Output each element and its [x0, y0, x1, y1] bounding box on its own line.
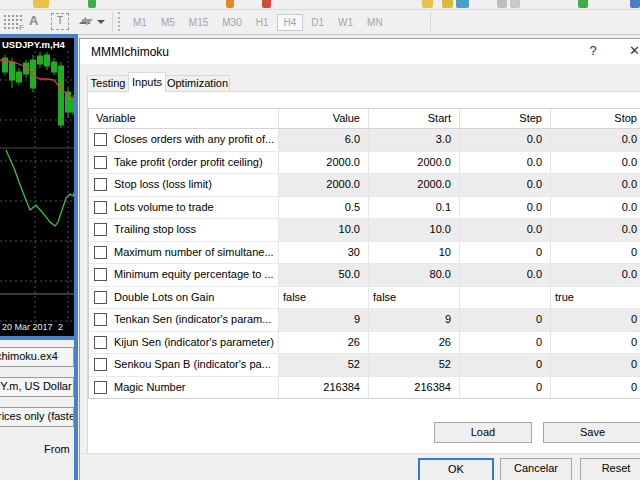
row-checkbox[interactable]	[94, 291, 107, 304]
toolbar-icon[interactable]	[630, 0, 640, 8]
stop-cell[interactable]: 0	[551, 377, 640, 399]
model-select[interactable]: rices only (faste	[0, 407, 74, 427]
value-cell[interactable]: 9	[279, 309, 369, 331]
stop-cell[interactable]: 0	[551, 354, 640, 376]
step-cell[interactable]: 0.0	[460, 174, 551, 196]
step-cell[interactable]: 0	[460, 332, 551, 354]
start-cell[interactable]: 0.1	[369, 197, 460, 219]
stop-cell[interactable]: 0.0	[551, 174, 640, 196]
column-header-value[interactable]: Value	[279, 109, 369, 128]
symbol-select[interactable]: PY.m, US Dollar	[0, 377, 74, 397]
reset-button[interactable]: Reset	[580, 458, 640, 480]
value-cell[interactable]: 0.5	[279, 197, 369, 219]
row-checkbox[interactable]	[94, 246, 107, 259]
row-checkbox[interactable]	[94, 313, 107, 326]
start-cell[interactable]: 2000.0	[369, 174, 460, 196]
start-cell[interactable]: 10.0	[369, 219, 460, 241]
ok-button[interactable]: OK	[418, 458, 494, 480]
timeframe-h4[interactable]: H4	[277, 14, 304, 31]
value-cell[interactable]: 26	[279, 332, 369, 354]
value-cell[interactable]: 2000.0	[279, 152, 369, 174]
toolbar-drag-handle[interactable]	[118, 12, 123, 31]
timeframe-m30[interactable]: M30	[216, 14, 247, 31]
save-button[interactable]: Save	[543, 422, 640, 443]
step-cell[interactable]: 0.0	[460, 129, 551, 151]
step-cell[interactable]: 0	[460, 309, 551, 331]
start-cell[interactable]: 3.0	[369, 129, 460, 151]
value-cell[interactable]: 30	[279, 242, 369, 264]
text-box-icon[interactable]: T	[51, 13, 69, 30]
toolbar-icon[interactable]	[510, 0, 520, 8]
stop-cell[interactable]: true	[551, 287, 640, 309]
timeframe-m5[interactable]: M5	[155, 14, 181, 31]
row-checkbox[interactable]	[94, 268, 107, 281]
timeframe-mn[interactable]: MN	[361, 14, 389, 31]
start-cell[interactable]: 2000.0	[369, 152, 460, 174]
timeframe-m1[interactable]: M1	[127, 14, 153, 31]
step-cell[interactable]	[460, 287, 551, 309]
value-cell[interactable]: 216384	[279, 377, 369, 399]
column-header-stop[interactable]: Stop	[551, 109, 640, 128]
value-cell[interactable]: 2000.0	[279, 174, 369, 196]
row-checkbox[interactable]	[94, 133, 107, 146]
start-cell[interactable]: 9	[369, 309, 460, 331]
start-cell[interactable]: false	[369, 287, 460, 309]
toolbar-icon[interactable]	[262, 0, 271, 8]
stop-cell[interactable]: 0.0	[551, 197, 640, 219]
value-cell[interactable]: 10.0	[279, 219, 369, 241]
stop-cell[interactable]: 0	[551, 309, 640, 331]
tab-inputs[interactable]: Inputs	[128, 72, 166, 92]
stop-cell[interactable]: 0.0	[551, 129, 640, 151]
toolbar-icon[interactable]	[456, 0, 469, 8]
start-cell[interactable]: 52	[369, 354, 460, 376]
grid-snap-icon[interactable]: F	[3, 14, 23, 29]
step-cell[interactable]: 0.0	[460, 219, 551, 241]
chevron-down-icon[interactable]	[97, 20, 105, 24]
value-cell[interactable]: 52	[279, 354, 369, 376]
toolbar-icon[interactable]	[226, 0, 234, 8]
toolbar-icon[interactable]	[33, 0, 49, 8]
step-cell[interactable]: 0	[460, 354, 551, 376]
toolbar-icon[interactable]	[497, 0, 507, 8]
start-cell[interactable]: 216384	[369, 377, 460, 399]
row-checkbox[interactable]	[94, 156, 107, 169]
stop-cell[interactable]: 0.0	[551, 219, 640, 241]
timeframe-h1[interactable]: H1	[250, 14, 275, 31]
row-checkbox[interactable]	[94, 381, 107, 394]
stop-cell[interactable]: 0.0	[551, 152, 640, 174]
text-label-icon[interactable]: A	[29, 13, 38, 28]
step-cell[interactable]: 0	[460, 377, 551, 399]
stop-cell[interactable]: 0	[551, 332, 640, 354]
step-cell[interactable]: 0.0	[460, 152, 551, 174]
timeframe-m15[interactable]: M15	[183, 14, 214, 31]
timeframe-w1[interactable]: W1	[332, 14, 359, 31]
step-cell[interactable]: 0	[460, 242, 551, 264]
chart-window-border-right[interactable]	[74, 34, 78, 480]
start-cell[interactable]: 80.0	[369, 264, 460, 286]
column-header-step[interactable]: Step	[460, 109, 551, 128]
row-checkbox[interactable]	[94, 358, 107, 371]
toolbar-icon[interactable]	[422, 0, 433, 8]
value-cell[interactable]: false	[279, 287, 369, 309]
timeframe-d1[interactable]: D1	[305, 14, 330, 31]
value-cell[interactable]: 6.0	[279, 129, 369, 151]
step-cell[interactable]: 0.0	[460, 264, 551, 286]
dialog-title[interactable]: MMMIchimoku	[91, 45, 169, 59]
value-cell[interactable]: 50.0	[279, 264, 369, 286]
start-cell[interactable]: 10	[369, 242, 460, 264]
load-button[interactable]: Load	[434, 422, 532, 443]
start-cell[interactable]: 26	[369, 332, 460, 354]
column-header-variable[interactable]: Variable	[89, 109, 279, 128]
help-icon[interactable]: ?	[586, 43, 600, 58]
toolbar-icon[interactable]	[88, 0, 96, 8]
row-checkbox[interactable]	[94, 223, 107, 236]
close-icon[interactable]: ✕	[629, 43, 640, 58]
row-checkbox[interactable]	[94, 336, 107, 349]
toolbar-icon[interactable]	[442, 0, 453, 8]
cycle-arrows-icon[interactable]	[77, 14, 95, 29]
row-checkbox[interactable]	[94, 201, 107, 214]
stop-cell[interactable]: 0.0	[551, 264, 640, 286]
column-header-start[interactable]: Start	[369, 109, 460, 128]
cancel-button[interactable]: Cancelar	[500, 458, 572, 480]
expert-advisor-select[interactable]: chimoku.ex4	[0, 347, 74, 367]
